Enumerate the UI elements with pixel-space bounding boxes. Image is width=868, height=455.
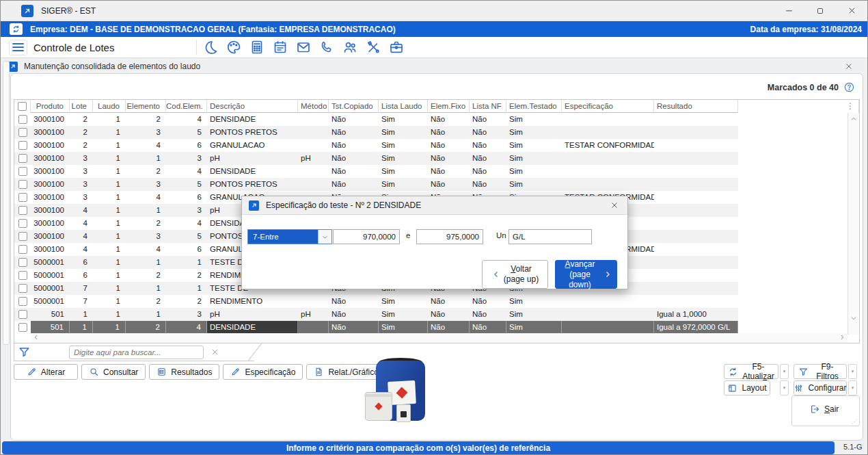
configure-button[interactable]: Configurar: [794, 380, 847, 395]
cell-descricao: DENSIDADE: [207, 321, 298, 334]
vertical-scrollbar[interactable]: [847, 113, 859, 335]
mail-icon[interactable]: [295, 39, 312, 55]
table-row[interactable]: 30001002135PONTOS PRETOSNãoSimNãoNãoSim: [14, 126, 859, 139]
collapsed-panel-strip[interactable]: [3, 61, 10, 345]
row-checkbox[interactable]: [14, 204, 31, 217]
column-header-elemento[interactable]: Elemento: [126, 100, 166, 113]
exit-button[interactable]: Sair: [809, 404, 839, 415]
table-row[interactable]: 30001003113pHpHNãoSimNãoNãoSim: [14, 152, 859, 165]
cell-produto: 5000001: [31, 282, 70, 295]
table-row[interactable]: 30001002124DENSIDADENãoSimNãoNãoSim: [14, 113, 859, 126]
cell-lista-laudo: Sim: [379, 126, 428, 139]
refresh-button[interactable]: F5-Atualizar: [724, 364, 778, 379]
unit-input[interactable]: [508, 229, 592, 244]
cell-elemento: 4: [126, 243, 166, 256]
search-input[interactable]: [69, 346, 204, 359]
cell-elem-testado: Sim: [506, 139, 562, 152]
column-header-especificacao[interactable]: Especificação: [562, 100, 654, 113]
palette-icon[interactable]: [226, 39, 242, 55]
calculator-icon[interactable]: [249, 39, 265, 55]
scroll-right-icon[interactable]: [838, 333, 846, 341]
row-checkbox[interactable]: [14, 217, 31, 230]
scroll-down-icon[interactable]: [850, 314, 858, 322]
scroll-left-icon[interactable]: [32, 333, 40, 341]
grid-menu-icon[interactable]: ⋮: [846, 100, 854, 113]
column-header-elem-fixo[interactable]: Elem.Fixo: [428, 100, 470, 113]
layout-split-button[interactable]: ▾: [780, 380, 789, 395]
resize-grip-icon[interactable]: ⋰: [852, 419, 858, 425]
refresh-split-button[interactable]: ▾: [780, 364, 789, 379]
scroll-up-icon[interactable]: [850, 115, 858, 123]
maximize-button[interactable]: [804, 1, 836, 21]
table-row[interactable]: 50000017122RENDIMENTONãoSimNãoNãoSim: [14, 295, 859, 308]
column-header-laudo[interactable]: Laudo: [93, 100, 126, 113]
table-row[interactable]: 30001003124DENSIDADENãoSimNãoNãoSim: [14, 165, 859, 178]
cell-tst-copiado: Não: [329, 295, 379, 308]
row-checkbox[interactable]: [14, 113, 31, 126]
consultar-button[interactable]: Consultar: [81, 364, 146, 380]
row-checkbox[interactable]: [14, 269, 31, 282]
minimize-button[interactable]: [773, 1, 804, 21]
row-checkbox[interactable]: [14, 321, 31, 334]
criterion-select[interactable]: 7-Entre: [247, 229, 332, 244]
column-header-produto[interactable]: Produto: [31, 100, 70, 113]
table-row[interactable]: 5011124DENSIDADENãoSimNãoNãoSimIgual a 9…: [14, 321, 859, 334]
table-row[interactable]: 30001002146GRANULACAONãoSimNãoNãoSimTEST…: [14, 139, 859, 152]
row-checkbox[interactable]: [14, 308, 31, 321]
column-header-metodo[interactable]: Método: [298, 100, 329, 113]
table-row[interactable]: 30001003135PONTOS PRETOSNãoSimNãoNãoSim: [14, 178, 859, 191]
value-to-input[interactable]: [416, 229, 483, 244]
filters-button[interactable]: F9-Filtros: [794, 364, 847, 379]
row-checkbox[interactable]: [14, 178, 31, 191]
cell-especificacao: [562, 308, 654, 321]
next-button[interactable]: Avançar (page down): [555, 260, 617, 289]
select-all-checkbox[interactable]: [14, 100, 31, 113]
row-checkbox[interactable]: [14, 230, 31, 243]
cell-descricao: DENSIDADE: [207, 165, 298, 178]
layout-button[interactable]: Layout: [724, 380, 770, 395]
row-checkbox[interactable]: [14, 126, 31, 139]
filters-split-button[interactable]: ▾: [848, 364, 857, 379]
column-header-cod-elem[interactable]: Cod.Elem.: [166, 100, 207, 113]
filter-funnel-icon[interactable]: [18, 346, 31, 359]
sync-icon[interactable]: [10, 23, 23, 35]
row-checkbox[interactable]: [14, 243, 31, 256]
back-button[interactable]: Voltar (page up): [482, 260, 548, 289]
column-header-descricao[interactable]: Descrição: [207, 100, 298, 113]
column-header-elem-testado[interactable]: Elem.Testado: [506, 100, 562, 113]
table-row[interactable]: 5011113pHpHNãoSimNãoNãoSimIgual a 1,0000: [14, 308, 859, 321]
close-button[interactable]: [836, 1, 867, 21]
horizontal-scrollbar[interactable]: [31, 333, 847, 343]
row-checkbox[interactable]: [14, 282, 31, 295]
briefcase-icon[interactable]: [388, 39, 405, 55]
users-icon[interactable]: [342, 39, 358, 55]
row-checkbox[interactable]: [14, 165, 31, 178]
row-checkbox[interactable]: [14, 295, 31, 308]
alterar-button[interactable]: Alterar: [14, 364, 78, 380]
column-header-lista-laudo[interactable]: Lista Laudo: [379, 100, 428, 113]
search-icon: [89, 367, 99, 377]
help-icon[interactable]: [843, 81, 855, 93]
row-checkbox[interactable]: [14, 139, 31, 152]
configure-split-button[interactable]: ▾: [848, 380, 857, 395]
cell-elemento: 4: [126, 139, 166, 152]
calendar-icon[interactable]: [272, 39, 288, 55]
version-label: 5.1-G: [843, 443, 863, 451]
column-header-tst-copiado[interactable]: Tst.Copiado: [329, 100, 379, 113]
column-header-resultado[interactable]: Resultado: [654, 100, 738, 113]
especificacao-button[interactable]: Especificação: [223, 364, 303, 380]
hamburger-menu-icon[interactable]: [9, 40, 27, 55]
row-checkbox[interactable]: [14, 256, 31, 269]
phone-icon[interactable]: [318, 39, 335, 55]
tools-icon[interactable]: [365, 39, 381, 55]
clear-search-icon[interactable]: [211, 348, 219, 356]
column-header-lote[interactable]: Lote: [70, 100, 93, 113]
dialog-close-icon[interactable]: [610, 200, 619, 210]
row-checkbox[interactable]: [14, 191, 31, 204]
value-from-input[interactable]: [333, 229, 400, 244]
moon-icon[interactable]: [202, 39, 219, 55]
subwindow-close-icon[interactable]: [844, 62, 854, 71]
resultados-button[interactable]: Resultados: [149, 364, 219, 380]
row-checkbox[interactable]: [14, 152, 31, 165]
column-header-lista-nf[interactable]: Lista NF: [470, 100, 506, 113]
